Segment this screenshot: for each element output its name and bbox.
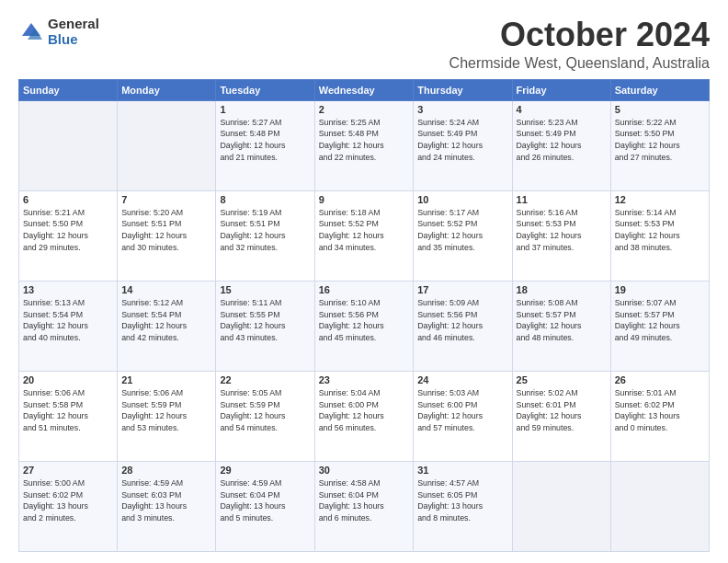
week-row-1: 1Sunrise: 5:27 AM Sunset: 5:48 PM Daylig… [19,100,710,190]
day-info: Sunrise: 5:21 AM Sunset: 5:50 PM Dayligh… [23,207,113,254]
day-info: Sunrise: 5:00 AM Sunset: 6:02 PM Dayligh… [23,477,113,524]
calendar-cell [610,461,709,551]
column-header-friday: Friday [512,79,610,100]
day-info: Sunrise: 4:57 AM Sunset: 6:05 PM Dayligh… [417,477,507,524]
day-number: 19 [615,284,705,295]
column-header-wednesday: Wednesday [314,79,413,100]
day-number: 27 [23,465,113,476]
day-info: Sunrise: 5:06 AM Sunset: 5:58 PM Dayligh… [23,387,113,434]
calendar-cell: 12Sunrise: 5:14 AM Sunset: 5:53 PM Dayli… [610,190,709,281]
header: General Blue October 2024 Chermside West… [18,17,710,72]
calendar-cell: 30Sunrise: 4:58 AM Sunset: 6:04 PM Dayli… [314,461,413,551]
day-info: Sunrise: 5:16 AM Sunset: 5:53 PM Dayligh… [517,207,607,254]
calendar-cell: 8Sunrise: 5:19 AM Sunset: 5:51 PM Daylig… [216,190,314,281]
calendar-cell: 6Sunrise: 5:21 AM Sunset: 5:50 PM Daylig… [19,190,118,281]
day-info: Sunrise: 5:10 AM Sunset: 5:56 PM Dayligh… [319,297,409,344]
day-number: 29 [220,465,310,476]
day-number: 28 [121,465,211,476]
logo: General Blue [18,17,99,47]
day-number: 21 [121,374,211,385]
day-number: 5 [615,104,705,115]
calendar-cell: 16Sunrise: 5:10 AM Sunset: 5:56 PM Dayli… [314,281,413,371]
calendar-header: SundayMondayTuesdayWednesdayThursdayFrid… [19,79,710,100]
column-header-saturday: Saturday [610,79,709,100]
calendar-cell [19,100,118,190]
day-info: Sunrise: 5:11 AM Sunset: 5:55 PM Dayligh… [220,297,310,344]
calendar-body: 1Sunrise: 5:27 AM Sunset: 5:48 PM Daylig… [19,100,710,551]
calendar-table: SundayMondayTuesdayWednesdayThursdayFrid… [18,79,710,552]
day-number: 20 [23,374,113,385]
calendar-cell: 2Sunrise: 5:25 AM Sunset: 5:48 PM Daylig… [314,100,413,190]
day-info: Sunrise: 5:03 AM Sunset: 6:00 PM Dayligh… [417,387,507,434]
day-number: 17 [417,284,507,295]
day-number: 30 [319,465,409,476]
calendar-cell: 4Sunrise: 5:23 AM Sunset: 5:49 PM Daylig… [512,100,610,190]
calendar-cell: 27Sunrise: 5:00 AM Sunset: 6:02 PM Dayli… [19,461,118,551]
calendar-cell: 11Sunrise: 5:16 AM Sunset: 5:53 PM Dayli… [512,190,610,281]
calendar-cell: 10Sunrise: 5:17 AM Sunset: 5:52 PM Dayli… [414,190,512,281]
logo-general: General [48,17,99,32]
day-info: Sunrise: 5:08 AM Sunset: 5:57 PM Dayligh… [517,297,607,344]
day-number: 23 [319,374,409,385]
header-row: SundayMondayTuesdayWednesdayThursdayFrid… [19,79,710,100]
logo-blue: Blue [48,32,99,48]
calendar-cell: 25Sunrise: 5:02 AM Sunset: 6:01 PM Dayli… [512,371,610,461]
calendar-cell: 23Sunrise: 5:04 AM Sunset: 6:00 PM Dayli… [314,371,413,461]
day-number: 3 [417,104,507,115]
day-number: 1 [220,104,310,115]
day-number: 14 [121,284,211,295]
calendar-cell [118,100,216,190]
calendar-cell: 13Sunrise: 5:13 AM Sunset: 5:54 PM Dayli… [19,281,118,371]
day-info: Sunrise: 5:09 AM Sunset: 5:56 PM Dayligh… [417,297,507,344]
day-number: 6 [23,194,113,205]
calendar-cell: 31Sunrise: 4:57 AM Sunset: 6:05 PM Dayli… [414,461,512,551]
calendar-cell: 15Sunrise: 5:11 AM Sunset: 5:55 PM Dayli… [216,281,314,371]
day-info: Sunrise: 5:22 AM Sunset: 5:50 PM Dayligh… [615,117,705,164]
day-number: 26 [615,374,705,385]
day-number: 7 [121,194,211,205]
logo-icon [18,19,44,45]
day-info: Sunrise: 4:59 AM Sunset: 6:03 PM Dayligh… [121,477,211,524]
calendar-cell: 1Sunrise: 5:27 AM Sunset: 5:48 PM Daylig… [216,100,314,190]
calendar-cell: 24Sunrise: 5:03 AM Sunset: 6:00 PM Dayli… [414,371,512,461]
day-number: 15 [220,284,310,295]
day-number: 4 [517,104,607,115]
page: General Blue October 2024 Chermside West… [0,0,728,563]
subtitle: Chermside West, Queensland, Australia [449,55,710,72]
calendar-cell: 5Sunrise: 5:22 AM Sunset: 5:50 PM Daylig… [610,100,709,190]
calendar-cell: 7Sunrise: 5:20 AM Sunset: 5:51 PM Daylig… [118,190,216,281]
week-row-5: 27Sunrise: 5:00 AM Sunset: 6:02 PM Dayli… [19,461,710,551]
calendar-cell: 20Sunrise: 5:06 AM Sunset: 5:58 PM Dayli… [19,371,118,461]
title-block: October 2024 Chermside West, Queensland,… [449,17,710,72]
day-number: 31 [417,465,507,476]
calendar-cell: 18Sunrise: 5:08 AM Sunset: 5:57 PM Dayli… [512,281,610,371]
calendar-cell: 14Sunrise: 5:12 AM Sunset: 5:54 PM Dayli… [118,281,216,371]
day-info: Sunrise: 5:24 AM Sunset: 5:49 PM Dayligh… [417,117,507,164]
day-number: 18 [517,284,607,295]
day-number: 25 [517,374,607,385]
column-header-sunday: Sunday [19,79,118,100]
day-number: 9 [319,194,409,205]
calendar-cell: 19Sunrise: 5:07 AM Sunset: 5:57 PM Dayli… [610,281,709,371]
day-number: 10 [417,194,507,205]
column-header-monday: Monday [118,79,216,100]
day-info: Sunrise: 5:02 AM Sunset: 6:01 PM Dayligh… [517,387,607,434]
day-info: Sunrise: 5:18 AM Sunset: 5:52 PM Dayligh… [319,207,409,254]
calendar-cell: 22Sunrise: 5:05 AM Sunset: 5:59 PM Dayli… [216,371,314,461]
calendar-cell: 9Sunrise: 5:18 AM Sunset: 5:52 PM Daylig… [314,190,413,281]
calendar-cell: 29Sunrise: 4:59 AM Sunset: 6:04 PM Dayli… [216,461,314,551]
calendar-cell [512,461,610,551]
day-info: Sunrise: 5:06 AM Sunset: 5:59 PM Dayligh… [121,387,211,434]
day-number: 16 [319,284,409,295]
day-number: 13 [23,284,113,295]
week-row-3: 13Sunrise: 5:13 AM Sunset: 5:54 PM Dayli… [19,281,710,371]
calendar-cell: 3Sunrise: 5:24 AM Sunset: 5:49 PM Daylig… [414,100,512,190]
day-info: Sunrise: 5:25 AM Sunset: 5:48 PM Dayligh… [319,117,409,164]
calendar-cell: 26Sunrise: 5:01 AM Sunset: 6:02 PM Dayli… [610,371,709,461]
column-header-tuesday: Tuesday [216,79,314,100]
column-header-thursday: Thursday [414,79,512,100]
day-info: Sunrise: 5:01 AM Sunset: 6:02 PM Dayligh… [615,387,705,434]
day-number: 12 [615,194,705,205]
day-info: Sunrise: 5:14 AM Sunset: 5:53 PM Dayligh… [615,207,705,254]
day-number: 22 [220,374,310,385]
